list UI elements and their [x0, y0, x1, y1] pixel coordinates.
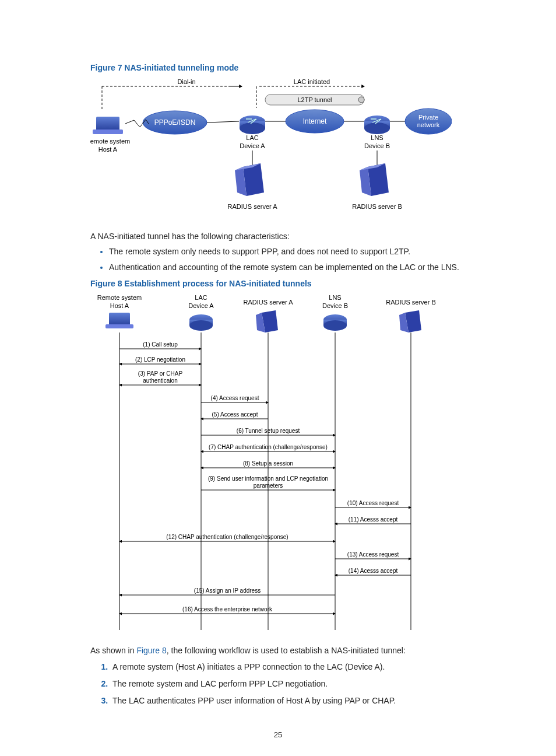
svg-text:(9) Send user information and : (9) Send user information and LCP negoti…: [208, 475, 328, 482]
figure-8-diagram: Remote system Host A LAC Device A RADIUS…: [90, 292, 466, 638]
intro-2-text: As shown in Figure 8, the following work…: [90, 645, 466, 656]
svg-text:(16) Access the enterprise net: (16) Access the enterprise network: [182, 606, 273, 612]
svg-text:PPPoE/ISDN: PPPoE/ISDN: [154, 118, 196, 127]
list-item: Authentication and accounting of the rem…: [109, 261, 466, 273]
lac-router-icon: [240, 116, 265, 134]
internet-cloud-icon: Internet: [286, 110, 344, 133]
svg-text:authenticaion: authenticaion: [143, 377, 178, 384]
lns-router-icon: [364, 116, 390, 134]
svg-text:(5) Access accept: (5) Access accept: [212, 411, 258, 418]
svg-text:RADIUS server A: RADIUS server A: [244, 299, 294, 306]
svg-text:Device A: Device A: [188, 302, 214, 309]
intro-2-pre: As shown in: [90, 646, 136, 655]
svg-text:Host A: Host A: [110, 302, 129, 309]
svg-text:RADIUS server A: RADIUS server A: [228, 203, 278, 210]
svg-text:Private: Private: [418, 114, 438, 121]
svg-text:Device B: Device B: [322, 302, 348, 309]
svg-line-16: [207, 121, 239, 123]
svg-text:Device B: Device B: [364, 142, 390, 149]
page-number: 25: [90, 730, 466, 739]
svg-text:(14) Acesss accept: (14) Acesss accept: [349, 568, 398, 574]
svg-text:LAC initiated: LAC initiated: [294, 78, 330, 85]
svg-text:(6) Tunnel setup request: (6) Tunnel setup request: [237, 428, 300, 434]
svg-text:(12) CHAP authentication (chal: (12) CHAP authentication (challenge/resp…: [166, 534, 288, 540]
list-item: A remote system (Host A) initiates a PPP…: [110, 661, 466, 673]
radius-b-server-icon: [360, 163, 389, 196]
document-page: Figure 7 NAS-initiated tunneling mode Di…: [0, 0, 556, 756]
svg-text:(10) Access request: (10) Access request: [347, 500, 399, 506]
svg-point-19: [240, 123, 265, 134]
private-network-cloud-icon: Private network: [405, 108, 452, 134]
list-item: The remote system and LAC perform PPP LC…: [110, 678, 466, 690]
svg-point-51: [189, 320, 213, 331]
svg-rect-11: [93, 130, 123, 134]
svg-text:RADIUS server B: RADIUS server B: [386, 299, 436, 306]
list-item: The remote system only needs to support …: [109, 246, 466, 257]
svg-text:network: network: [417, 121, 440, 128]
host-a-icon: [93, 117, 123, 134]
svg-rect-47: [109, 313, 130, 326]
svg-rect-48: [105, 324, 133, 328]
svg-text:LNS: LNS: [329, 294, 341, 301]
svg-text:(15) Assign an IP address: (15) Assign an IP address: [194, 587, 261, 594]
svg-text:(1) Call setup: (1) Call setup: [143, 341, 178, 348]
svg-text:RADIUS server B: RADIUS server B: [352, 203, 402, 210]
figure-8-link[interactable]: Figure 8: [136, 646, 166, 655]
svg-text:(7) CHAP authentication (chall: (7) CHAP authentication (challenge/respo…: [209, 444, 328, 450]
svg-text:Remote system: Remote system: [90, 138, 130, 145]
svg-text:(8) Setup a session: (8) Setup a session: [243, 460, 293, 467]
radius-a-server-icon: [235, 163, 264, 196]
svg-text:(3) PAP or CHAP: (3) PAP or CHAP: [138, 370, 183, 377]
svg-point-28: [364, 123, 390, 134]
list-item: The LAC authenticates PPP user informati…: [110, 695, 466, 707]
intro-2-post: , the following workflow is used to esta…: [167, 646, 406, 655]
svg-text:Device A: Device A: [240, 142, 265, 149]
pppoe-cloud-icon: PPPoE/ISDN: [143, 111, 207, 134]
svg-text:LAC: LAC: [195, 294, 207, 301]
figure-7-caption: Figure 7 NAS-initiated tunneling mode: [90, 63, 466, 72]
svg-text:Internet: Internet: [303, 117, 327, 125]
svg-text:Host A: Host A: [98, 146, 118, 153]
figure-8-caption: Figure 8 Establishment process for NAS-i…: [90, 279, 466, 288]
svg-text:L2TP tunnel: L2TP tunnel: [297, 96, 332, 103]
svg-point-54: [323, 320, 347, 331]
intro-1-text: A NAS-initiated tunnel has the following…: [90, 230, 466, 242]
svg-rect-10: [96, 117, 119, 131]
svg-text:Remote system: Remote system: [97, 294, 142, 301]
svg-text:parameters: parameters: [254, 482, 283, 489]
figure-7-diagram: Dial-in LAC initiated L2TP tunnel Remote…: [90, 76, 466, 223]
svg-text:LNS: LNS: [371, 134, 383, 141]
svg-text:Dial-in: Dial-in: [177, 78, 195, 85]
svg-text:(4) Access request: (4) Access request: [211, 395, 259, 401]
characteristics-list: The remote system only needs to support …: [90, 246, 466, 273]
svg-point-9: [358, 97, 364, 103]
svg-text:LAC: LAC: [246, 134, 258, 141]
svg-text:(11) Acesss accept: (11) Acesss accept: [349, 516, 398, 523]
svg-text:(2) LCP negotiation: (2) LCP negotiation: [135, 356, 185, 363]
workflow-list: A remote system (Host A) initiates a PPP…: [90, 661, 466, 707]
svg-text:(13) Access request: (13) Access request: [347, 551, 399, 558]
